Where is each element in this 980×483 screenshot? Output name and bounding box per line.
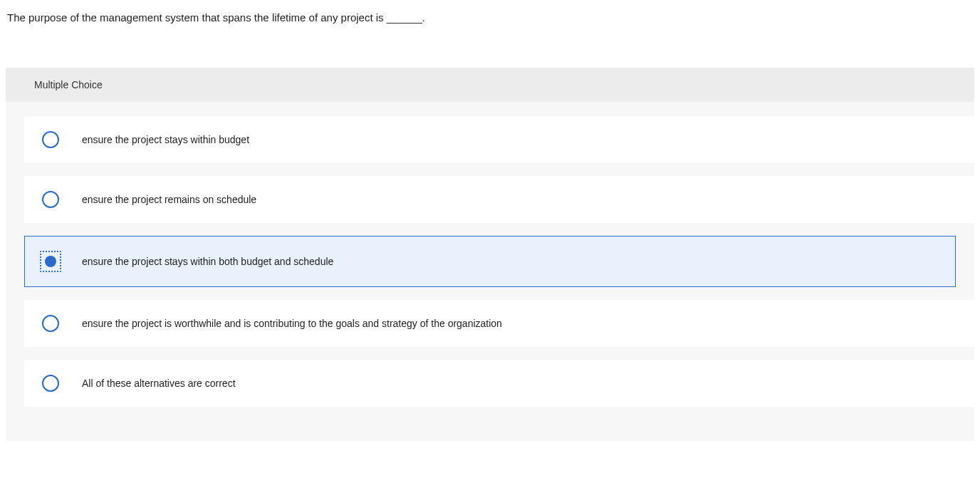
radio-icon <box>40 251 61 272</box>
radio-icon <box>42 375 59 392</box>
option-label: ensure the project stays within budget <box>82 134 249 145</box>
option-2[interactable]: ensure the project remains on schedule <box>24 176 974 223</box>
options-list: ensure the project stays within budget e… <box>6 102 974 407</box>
option-label: ensure the project remains on schedule <box>82 194 256 205</box>
radio-icon <box>42 315 59 332</box>
option-label: ensure the project stays within both bud… <box>82 256 333 267</box>
option-3[interactable]: ensure the project stays within both bud… <box>24 236 956 287</box>
question-text: The purpose of the management system tha… <box>0 0 980 32</box>
option-4[interactable]: ensure the project is worthwhile and is … <box>24 300 974 347</box>
radio-icon <box>42 191 59 208</box>
option-5[interactable]: All of these alternatives are correct <box>24 360 974 407</box>
option-1[interactable]: ensure the project stays within budget <box>24 116 974 163</box>
radio-inner-icon <box>45 256 56 267</box>
quiz-container: Multiple Choice ensure the project stays… <box>6 68 974 441</box>
option-label: ensure the project is worthwhile and is … <box>82 318 502 329</box>
option-label: All of these alternatives are correct <box>82 378 236 389</box>
radio-icon <box>42 131 59 148</box>
section-header: Multiple Choice <box>6 68 974 102</box>
